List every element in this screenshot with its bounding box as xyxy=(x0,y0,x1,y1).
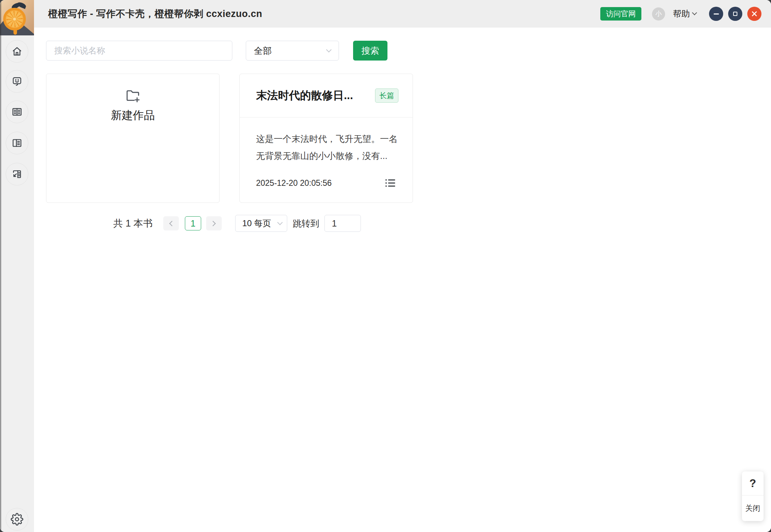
folder-plus-icon xyxy=(125,87,141,104)
page-size-value: 10 每页 xyxy=(242,218,278,229)
chevron-down-icon xyxy=(277,220,283,225)
help-close-button[interactable]: 关闭 xyxy=(742,496,764,521)
titlebar-actions: 访问官网 小 帮助 xyxy=(600,0,761,28)
help-widget: ? 关闭 xyxy=(742,471,764,521)
new-work-label: 新建作品 xyxy=(111,108,155,123)
app-logo xyxy=(0,0,34,35)
sidebar xyxy=(0,0,34,532)
sidebar-item-chat[interactable] xyxy=(6,70,28,93)
sidebar-item-books[interactable] xyxy=(6,101,28,123)
settings-gear-icon xyxy=(11,513,23,526)
export-panel-icon xyxy=(11,168,23,180)
sidebar-item-reading-layout[interactable] xyxy=(6,132,28,154)
orange-drip xyxy=(13,30,17,35)
close-icon xyxy=(751,11,758,17)
main-content: 全部 搜索 新建作品 末法时代的散修日... 长篇 这是一个末法时代，飞升无望。… xyxy=(34,28,771,532)
app-window: 橙橙写作 - 写作不卡壳，橙橙帮你剥 ccxiezuo.cn 访问官网 小 帮助 xyxy=(0,0,771,532)
help-menu[interactable]: 帮助 xyxy=(673,8,696,19)
home-icon xyxy=(11,45,23,57)
book-menu-button[interactable] xyxy=(384,176,397,190)
book-card-footer: 2025-12-20 20:05:56 xyxy=(256,176,397,190)
sidebar-item-settings[interactable] xyxy=(6,508,28,531)
chevron-down-icon xyxy=(326,47,332,53)
book-title: 末法时代的散修日... xyxy=(256,88,370,103)
maximize-icon xyxy=(733,12,737,16)
chevron-down-icon xyxy=(692,10,697,15)
previous-page-button[interactable] xyxy=(163,216,179,230)
search-input[interactable] xyxy=(46,41,232,61)
minimize-button[interactable] xyxy=(709,7,723,21)
reading-layout-icon xyxy=(11,137,23,149)
next-page-button[interactable] xyxy=(206,216,222,230)
visit-official-site-button[interactable]: 访问官网 xyxy=(600,7,641,21)
orange-leaf xyxy=(17,1,27,9)
book-card-header: 末法时代的散修日... 长篇 xyxy=(240,74,413,118)
book-description: 这是一个末法时代，飞升无望。一名无背景无靠山的小小散修，没有... xyxy=(256,130,399,164)
close-button[interactable] xyxy=(747,7,761,21)
pagination-total: 共 1 本书 xyxy=(113,217,153,230)
page-size-select[interactable]: 10 每页 xyxy=(235,215,287,232)
book-type-badge: 长篇 xyxy=(375,88,398,103)
category-filter-value: 全部 xyxy=(254,45,327,57)
search-button[interactable]: 搜索 xyxy=(353,41,387,61)
titlebar: 橙橙写作 - 写作不卡壳，橙橙帮你剥 ccxiezuo.cn 访问官网 小 帮助 xyxy=(0,0,771,28)
minimize-icon xyxy=(714,13,719,15)
new-work-card[interactable]: 新建作品 xyxy=(46,74,220,203)
category-filter-select[interactable]: 全部 xyxy=(246,41,339,61)
orange-slice-icon xyxy=(3,8,26,30)
sidebar-item-export[interactable] xyxy=(6,163,28,185)
help-menu-label: 帮助 xyxy=(673,8,690,19)
window-controls xyxy=(709,7,761,21)
chevron-left-icon xyxy=(169,221,175,226)
pagination: 共 1 本书 1 10 每页 跳转到 xyxy=(113,214,361,232)
book-card[interactable]: 末法时代的散修日... 长篇 这是一个末法时代，飞升无望。一名无背景无靠山的小小… xyxy=(239,74,413,203)
chat-smiley-icon xyxy=(11,75,23,87)
chevron-right-icon xyxy=(210,221,216,226)
open-book-icon xyxy=(11,106,23,118)
sidebar-item-home[interactable] xyxy=(6,40,28,63)
page-number-button[interactable]: 1 xyxy=(185,216,201,230)
book-updated-time: 2025-12-20 20:05:56 xyxy=(256,178,332,188)
maximize-button[interactable] xyxy=(728,7,742,21)
help-question-button[interactable]: ? xyxy=(742,471,764,496)
list-icon xyxy=(384,177,397,189)
app-title: 橙橙写作 - 写作不卡壳，橙橙帮你剥 ccxiezuo.cn xyxy=(48,7,262,20)
jump-to-input[interactable] xyxy=(324,215,361,232)
jump-to-label: 跳转到 xyxy=(292,218,320,229)
avatar[interactable]: 小 xyxy=(652,7,665,21)
